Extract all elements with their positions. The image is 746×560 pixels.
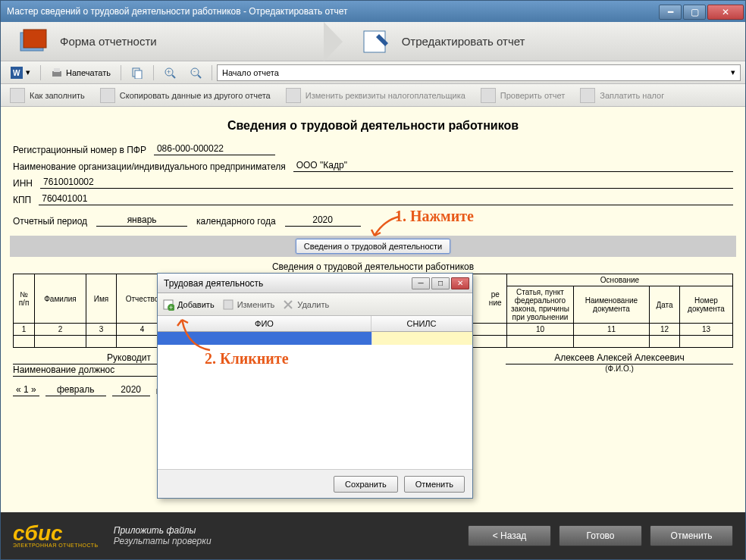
close-button[interactable]: ✕ [707,5,744,20]
check-report-button[interactable]: Проверить отчет [476,86,570,105]
svg-rect-18 [224,300,233,309]
svg-text:W: W [13,69,20,77]
edit-button[interactable]: Изменить [222,299,275,311]
window-title: Мастер сведений о трудовой деятельности … [7,6,659,17]
activity-dialog: Трудовая деятельность ─ □ ✕ + Добавить И… [157,273,473,499]
th-osnovanie: Основание [506,274,732,286]
delete-label: Удалить [297,300,329,309]
wizard-separator [324,22,343,61]
dialog-list[interactable] [158,332,472,469]
delete-button[interactable]: Удалить [282,299,329,311]
correction-year[interactable]: 2020 [112,384,150,396]
period-year-label: календарного года [196,216,275,227]
pay-icon [580,88,595,103]
correction-num[interactable]: « 1 » [13,384,39,396]
section-combo-value: Начало отчета [222,68,279,77]
correction-month[interactable]: февраль [45,384,106,396]
section-combo[interactable]: Начало отчета ▾ [217,64,741,81]
wizard-header: Форма отчетности Отредактировать отчет [1,22,745,61]
logo-subtitle: ЭЛЕКТРОННАЯ ОТЧЕТНОСТЬ [13,543,99,548]
inn-value[interactable]: 7610010002 [40,177,733,189]
org-value[interactable]: ООО "Кадр" [293,160,733,172]
logo-text: сбис [13,524,99,543]
dropdown-icon: ▾ [26,67,30,77]
th-fam: Фамилия [35,274,86,324]
word-export-button[interactable]: W ▾ [5,64,36,82]
th-name: Имя [86,274,117,324]
th-nomer: Номер документа [679,286,732,324]
zoom-out-icon: - [190,67,202,79]
dialog-toolbar: + Добавить Изменить Удалить [158,293,472,316]
copy-button[interactable] [126,64,149,82]
kpp-label: КПП [13,195,31,205]
minimize-button[interactable]: ━ [659,5,682,20]
edit-requisites-button[interactable]: Изменить реквизиты налогоплательщика [281,86,470,105]
th-data: Дата [649,286,679,324]
edit-report-icon [358,27,394,57]
dialog-minimize-button[interactable]: ─ [412,277,430,289]
copy-report-icon [100,88,115,103]
pay-tax-button[interactable]: Заплатить налог [575,86,669,105]
print-label: Напечатать [66,68,111,77]
ready-button[interactable]: Готово [559,525,642,546]
svg-rect-5 [52,71,61,77]
cancel-button[interactable]: Отменить [650,525,733,546]
zoom-out-button[interactable]: - [184,64,207,82]
svg-text:+: + [167,68,171,76]
attach-section: Приложить файлы Результаты проверки [114,525,212,546]
inn-label: ИНН [13,178,33,189]
maximize-button[interactable]: ▢ [683,5,706,20]
position-label: Наименование должнос [13,364,157,377]
svg-rect-8 [135,70,142,79]
copy-icon [131,67,143,79]
svg-line-10 [172,75,175,78]
forms-icon [16,27,52,57]
th-num: № п/п [14,274,35,324]
reg-label: Регистрационный номер в ПФР [13,145,146,155]
add-button[interactable]: + Добавить [162,299,215,311]
leader-name[interactable]: Алексеев Алексей Алексеевич [506,352,733,364]
wizard-step-1[interactable]: Форма отчетности [1,27,172,57]
list-row-selected[interactable] [158,332,472,345]
svg-text:-: - [193,67,196,75]
logo: сбис ЭЛЕКТРОННАЯ ОТЧЕТНОСТЬ [13,524,99,548]
wizard-step1-label: Форма отчетности [60,35,157,48]
add-label: Добавить [177,300,215,309]
col-fio[interactable]: ФИО [158,316,371,331]
fio-caption: (Ф.И.О.) [506,364,733,373]
dialog-columns: ФИО СНИЛС [158,316,472,332]
period-month[interactable]: январь [96,214,187,227]
edit-icon [222,299,234,311]
col-snils[interactable]: СНИЛС [371,316,472,331]
print-button[interactable]: Напечатать [45,64,116,82]
dialog-maximize-button[interactable]: □ [431,277,450,289]
check-icon [481,88,496,103]
table-title: Сведения о трудовой деятельности работни… [13,261,733,272]
howto-button[interactable]: Как заполнить [5,86,89,105]
wizard-step-2[interactable]: Отредактировать отчет [343,27,541,57]
attach-files-link[interactable]: Приложить файлы [114,525,212,536]
delete-icon [282,299,294,311]
toolbar-secondary: Как заполнить Скопировать данные из друг… [1,84,745,107]
kpp-value[interactable]: 760401001 [39,193,733,205]
th-statya: Статья, пункт федерального закона, причи… [506,286,573,324]
svg-rect-1 [24,30,46,48]
activity-info-button[interactable]: Сведения о трудовой деятельности [296,239,450,254]
period-year[interactable]: 2020 [285,214,361,227]
dialog-titlebar[interactable]: Трудовая деятельность ─ □ ✕ [158,274,472,293]
svg-text:+: + [169,304,173,311]
back-button[interactable]: < Назад [468,525,551,546]
copy-from-report-button[interactable]: Скопировать данные из другого отчета [96,86,275,105]
dialog-cancel-button[interactable]: Отменить [404,476,465,493]
zoom-in-button[interactable]: + [158,64,181,82]
wizard-step2-label: Отредактировать отчет [402,35,525,48]
toolbar-primary: W ▾ Напечатать + - Начало отчета ▾ [1,61,745,84]
save-button[interactable]: Сохранить [334,476,398,493]
add-icon: + [162,299,174,311]
question-icon [10,88,25,103]
results-link[interactable]: Результаты проверки [114,536,212,546]
reg-value[interactable]: 086-000-000022 [154,143,275,155]
zoom-in-icon: + [164,67,176,79]
edit-icon [286,88,301,103]
dialog-close-button[interactable]: ✕ [451,277,469,289]
